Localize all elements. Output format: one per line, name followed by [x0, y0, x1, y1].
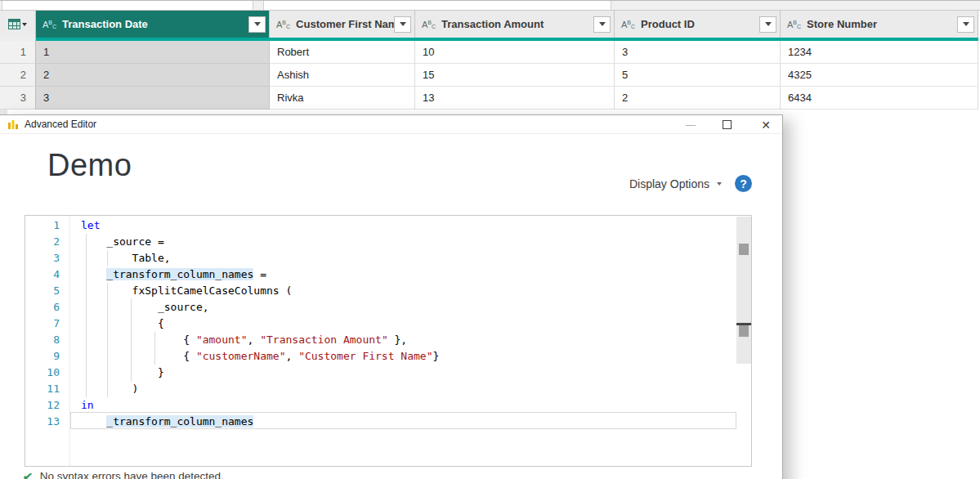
text-type-icon: ABC — [43, 20, 56, 29]
table-cell[interactable]: 4325 — [781, 64, 978, 87]
check-icon: ✔ — [22, 470, 34, 479]
code-line: { "customerName", "Customer First Name"} — [81, 348, 736, 365]
line-number: 11 — [27, 381, 60, 397]
line-number-gutter: 1 2 3 4 5 6 7 8 9 10 11 12 13 — [25, 216, 69, 466]
text-type-icon: ABC — [621, 20, 635, 29]
line-number: 7 — [27, 316, 60, 332]
advanced-editor-dialog: Advanced Editor — ✕ Demo Display Options… — [0, 114, 783, 479]
table-cell[interactable]: Rivka — [270, 87, 415, 110]
help-icon[interactable]: ? — [735, 175, 752, 192]
table-cell[interactable]: 1 — [36, 41, 270, 64]
filter-button[interactable] — [957, 16, 974, 33]
filter-dropdown-icon — [400, 22, 406, 26]
select-all-table-button[interactable] — [0, 11, 36, 38]
column-header-transaction-date[interactable]: ABC Transaction Date — [36, 11, 270, 38]
table-row: 3 3 Rivka 13 2 6434 — [0, 87, 980, 110]
column-header-product-id[interactable]: ABC Product ID — [615, 11, 781, 38]
filter-dropdown-icon — [765, 22, 772, 26]
code-text-area[interactable]: let _source = Table, _transform_column_n… — [69, 216, 736, 466]
filter-button[interactable] — [394, 16, 411, 33]
code-line: _transform_column_names — [81, 414, 736, 430]
table-cell[interactable]: 13 — [415, 87, 615, 110]
maximize-icon — [723, 120, 732, 129]
code-line: Table, — [81, 250, 736, 266]
m-code-editor[interactable]: 1 2 3 4 5 6 7 8 9 10 11 12 13 — [25, 215, 752, 467]
power-bi-icon — [8, 119, 18, 129]
code-line: { — [81, 316, 736, 332]
filter-dropdown-icon — [963, 22, 969, 26]
filter-dropdown-icon — [599, 22, 606, 26]
line-number: 3 — [27, 250, 60, 266]
row-number[interactable]: 1 — [0, 41, 36, 64]
formula-bar-bottom-strip — [0, 0, 980, 10]
code-line: { "amount", "Transaction Amount" }, — [81, 332, 736, 348]
row-number[interactable]: 3 — [0, 87, 36, 110]
text-type-icon: ABC — [787, 20, 801, 29]
scrollbar-occurrence-marker — [739, 244, 749, 255]
line-number: 5 — [27, 283, 60, 299]
code-line: fxSplitCamelCaseColumns ( — [81, 283, 736, 299]
display-options-dropdown[interactable]: Display Options — [629, 177, 709, 190]
text-type-icon: ABC — [422, 20, 436, 29]
table-cell[interactable]: Ashish — [270, 64, 415, 87]
line-number: 6 — [27, 299, 60, 316]
filter-button[interactable] — [593, 16, 611, 33]
table-cell[interactable]: 10 — [415, 41, 615, 64]
table-cell[interactable]: 1234 — [781, 41, 978, 64]
table-cell[interactable]: 3 — [615, 41, 781, 64]
close-button[interactable]: ✕ — [758, 117, 773, 132]
query-name-heading: Demo — [47, 148, 132, 183]
code-line: _source, — [81, 299, 736, 316]
table-cell[interactable]: Robert — [270, 41, 415, 64]
table-header-row: ABC Transaction Date ABC Customer First … — [0, 11, 980, 38]
code-line: ) — [81, 381, 736, 397]
text-type-icon: ABC — [276, 20, 290, 29]
scrollbar-thumb[interactable] — [736, 217, 751, 364]
table-grid-icon — [8, 19, 20, 29]
chevron-down-icon[interactable] — [717, 182, 722, 186]
table-row: 2 2 Ashish 15 5 4325 — [0, 64, 980, 87]
code-line: _source = — [81, 234, 736, 250]
dialog-titlebar: Advanced Editor — ✕ — [0, 115, 782, 134]
column-label: Customer First Name — [296, 18, 394, 30]
line-number: 9 — [27, 348, 60, 365]
status-message: No syntax errors have been detected. — [40, 470, 224, 479]
syntax-status: ✔ No syntax errors have been detected. — [23, 470, 224, 479]
column-header-store-number[interactable]: ABC Store Number — [781, 11, 978, 38]
table-cell[interactable]: 6434 — [781, 87, 978, 110]
code-line: in — [81, 397, 736, 414]
table-row: 1 1 Robert 10 3 1234 — [0, 41, 980, 64]
display-options-row: Display Options ? — [629, 175, 752, 192]
editor-scrollbar[interactable] — [736, 216, 751, 466]
filter-button[interactable] — [248, 16, 266, 33]
column-header-transaction-amount[interactable]: ABC Transaction Amount — [415, 11, 615, 38]
filter-button[interactable] — [759, 16, 776, 33]
power-query-editor: ABC Transaction Date ABC Customer First … — [0, 0, 980, 479]
column-label: Store Number — [807, 18, 957, 30]
code-line: _transform_column_names = — [81, 266, 736, 283]
line-number: 2 — [27, 234, 60, 250]
minimize-button[interactable]: — — [683, 117, 698, 132]
column-label: Transaction Amount — [441, 18, 593, 30]
line-number: 13 — [27, 414, 60, 430]
column-header-customer-first-name[interactable]: ABC Customer First Name — [270, 11, 415, 38]
table-menu-dropdown-icon — [22, 23, 27, 26]
line-number: 4 — [27, 266, 60, 283]
code-line: } — [81, 365, 736, 381]
table-cell[interactable]: 2 — [615, 87, 781, 110]
table-cell[interactable]: 15 — [415, 64, 615, 87]
table-cell[interactable]: 2 — [36, 64, 270, 87]
line-number: 12 — [27, 397, 60, 414]
scrollbar-occurrence-marker — [739, 325, 749, 337]
row-number[interactable]: 2 — [0, 64, 36, 87]
column-label: Product ID — [641, 18, 759, 30]
line-number: 8 — [27, 332, 60, 348]
filter-dropdown-icon — [254, 22, 261, 26]
maximize-button[interactable] — [719, 117, 734, 132]
dialog-title: Advanced Editor — [25, 119, 96, 130]
line-number: 1 — [27, 217, 60, 234]
column-label: Transaction Date — [62, 18, 248, 30]
table-cell[interactable]: 5 — [615, 64, 781, 87]
table-cell[interactable]: 3 — [36, 87, 270, 110]
line-number: 10 — [27, 365, 60, 381]
